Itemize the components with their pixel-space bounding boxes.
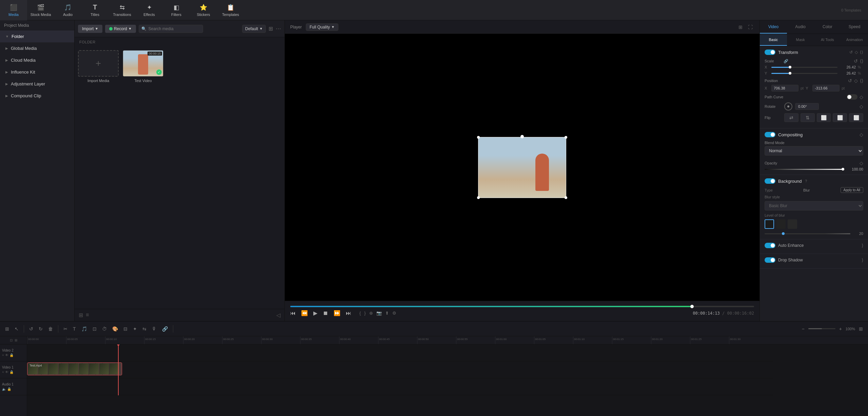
- timeline-canvas[interactable]: Test.mp4 ✕: [27, 344, 868, 416]
- timeline-view-options-icon[interactable]: ⊞: [857, 325, 865, 333]
- blur-level-none-swatch[interactable]: [765, 219, 774, 229]
- progress-thumb[interactable]: [690, 305, 694, 308]
- opacity-slider[interactable]: [765, 169, 844, 170]
- rotate-wheel[interactable]: [784, 102, 792, 111]
- timeline-effects-icon[interactable]: ✦: [131, 325, 139, 333]
- rotate-value-input[interactable]: [795, 103, 819, 110]
- step-forward-button[interactable]: ⏩: [334, 310, 340, 316]
- timeline-delete-icon[interactable]: 🗑: [46, 325, 55, 333]
- drop-shadow-toggle[interactable]: [765, 257, 775, 263]
- flip-btn5[interactable]: ⬜: [849, 113, 863, 122]
- list-view-icon[interactable]: ≡: [86, 312, 89, 318]
- timeline-select-icon[interactable]: ↖: [13, 325, 20, 333]
- video-clip-video1[interactable]: Test.mp4: [27, 362, 122, 375]
- video2-eye-icon[interactable]: 👁: [5, 353, 8, 357]
- search-input[interactable]: [139, 25, 203, 33]
- handle-top-right[interactable]: [565, 136, 567, 139]
- toolbar-filters[interactable]: ◧ Filters: [163, 0, 190, 20]
- apply-all-button[interactable]: Apply to All: [841, 187, 863, 193]
- stop-button[interactable]: ⏹: [323, 310, 328, 316]
- compositing-toggle[interactable]: [765, 132, 775, 137]
- blend-mode-select[interactable]: Normal Multiply Screen Overlay: [765, 146, 863, 156]
- path-curve-diamond-icon[interactable]: ◇: [860, 94, 863, 100]
- preview-fullscreen-icon[interactable]: ⛶: [747, 24, 754, 31]
- toolbar-audio[interactable]: 🎵 Audio: [54, 0, 81, 20]
- video1-lock-icon[interactable]: 🔒: [9, 370, 14, 374]
- drop-shadow-expand-icon[interactable]: ⟩: [862, 257, 863, 263]
- compositing-diamond-icon[interactable]: ◇: [860, 132, 863, 137]
- timeline-undo-icon[interactable]: ↺: [27, 325, 35, 333]
- toolbar-templates[interactable]: 📋 Templates: [217, 0, 244, 20]
- timeline-redo-icon[interactable]: ↻: [37, 325, 44, 333]
- collapse-panel-icon[interactable]: ◁: [276, 312, 280, 318]
- timeline-text-icon[interactable]: T: [71, 325, 78, 333]
- flip-horizontal-button[interactable]: ⇄: [784, 113, 798, 122]
- subtab-animation[interactable]: Animation: [841, 34, 868, 46]
- timeline-speed-icon[interactable]: ⏱: [100, 325, 108, 333]
- opacity-diamond-icon[interactable]: ◇: [860, 160, 863, 166]
- out-point-icon[interactable]: }: [364, 311, 366, 316]
- timeline-link-icon[interactable]: 🔗: [160, 325, 170, 333]
- timeline-transitions-icon[interactable]: ⇆: [141, 325, 148, 333]
- video1-add-icon[interactable]: +: [2, 370, 4, 374]
- audio1-speaker-icon[interactable]: 🔈: [2, 387, 6, 391]
- filter-icon[interactable]: ⊞: [269, 25, 273, 32]
- tab-color[interactable]: Color: [814, 20, 841, 34]
- quality-button[interactable]: Full Quality ▼: [306, 23, 338, 31]
- settings-icon[interactable]: ⚙: [392, 311, 396, 316]
- handle-bottom-right[interactable]: [565, 196, 567, 199]
- import-button[interactable]: Import ▼: [78, 25, 102, 33]
- skip-back-button[interactable]: ⏮: [290, 310, 296, 316]
- tab-audio[interactable]: Audio: [787, 20, 814, 34]
- flip-btn4[interactable]: ⬜: [833, 113, 847, 122]
- video2-lock-icon[interactable]: 🔒: [9, 353, 14, 357]
- timeline-color-icon[interactable]: 🎨: [111, 325, 120, 333]
- subtab-basic[interactable]: Basic: [760, 34, 787, 46]
- auto-enhance-expand-icon[interactable]: ⟩: [862, 243, 863, 248]
- video2-add-icon[interactable]: +: [2, 353, 4, 357]
- handle-top-left[interactable]: [477, 136, 480, 139]
- timeline-add-icon[interactable]: ⊞: [3, 325, 11, 333]
- import-media-box[interactable]: +: [78, 50, 119, 77]
- position-x-input[interactable]: [771, 85, 798, 92]
- scale-y-slider[interactable]: [771, 73, 837, 74]
- scale-x-thumb[interactable]: [789, 66, 791, 68]
- rotate-diamond-icon[interactable]: ◇: [860, 104, 863, 109]
- skip-forward-button[interactable]: ⏭: [346, 310, 351, 316]
- blur-intensity-slider[interactable]: [765, 233, 850, 234]
- test-video-box[interactable]: 00:00:15 ✓: [123, 50, 163, 77]
- position-keyframe-add-icon[interactable]: ◇: [854, 78, 858, 83]
- blur-level-med-swatch[interactable]: [788, 219, 797, 229]
- transform-toggle[interactable]: [765, 49, 775, 55]
- scale-lock-icon[interactable]: 🔗: [784, 59, 788, 63]
- tab-video[interactable]: Video: [760, 20, 787, 34]
- position-y-input[interactable]: [812, 85, 840, 92]
- preview-progress-bar[interactable]: [290, 306, 754, 307]
- toolbar-stickers[interactable]: ⭐ Stickers: [190, 0, 217, 20]
- timeline-voiceover-icon[interactable]: 🎙: [150, 325, 158, 333]
- scale-y-thumb[interactable]: [789, 72, 791, 75]
- opacity-thumb[interactable]: [842, 168, 844, 171]
- in-point-icon[interactable]: {: [359, 311, 361, 316]
- auto-enhance-toggle[interactable]: [765, 243, 775, 248]
- sidebar-item-compound-clip[interactable]: ▶ Compound Clip: [0, 90, 74, 102]
- snapshot-icon[interactable]: 📷: [376, 311, 382, 316]
- blur-style-select[interactable]: Basic Blur Gaussian Blur: [765, 201, 863, 211]
- timeline-split-icon[interactable]: ✂: [62, 325, 69, 333]
- scale-keyframe-icon[interactable]: ⟨⟩: [860, 58, 863, 64]
- transform-reset-icon[interactable]: ↺: [849, 50, 853, 55]
- sidebar-item-global-media[interactable]: ▶ Global Media: [0, 42, 74, 54]
- timeline-crop-icon[interactable]: ⊟: [122, 325, 129, 333]
- timeline-zoom-fit-icon[interactable]: ⊡: [91, 325, 98, 333]
- sidebar-item-adjustment-layer[interactable]: ▶ Adjustment Layer: [0, 78, 74, 90]
- background-help-icon[interactable]: ?: [805, 179, 807, 183]
- sort-button[interactable]: Default ▼: [242, 25, 266, 33]
- zoom-slider[interactable]: [808, 328, 835, 329]
- zoom-in-button[interactable]: +: [837, 325, 844, 333]
- playhead-line[interactable]: ✕: [118, 344, 119, 395]
- audio1-lock-icon[interactable]: 🔒: [7, 387, 11, 391]
- background-toggle[interactable]: [765, 178, 775, 184]
- grid-view-icon[interactable]: ⊞: [79, 312, 83, 318]
- toolbar-titles[interactable]: T Titles: [81, 0, 108, 20]
- magnet-icon[interactable]: ⊞: [15, 338, 17, 342]
